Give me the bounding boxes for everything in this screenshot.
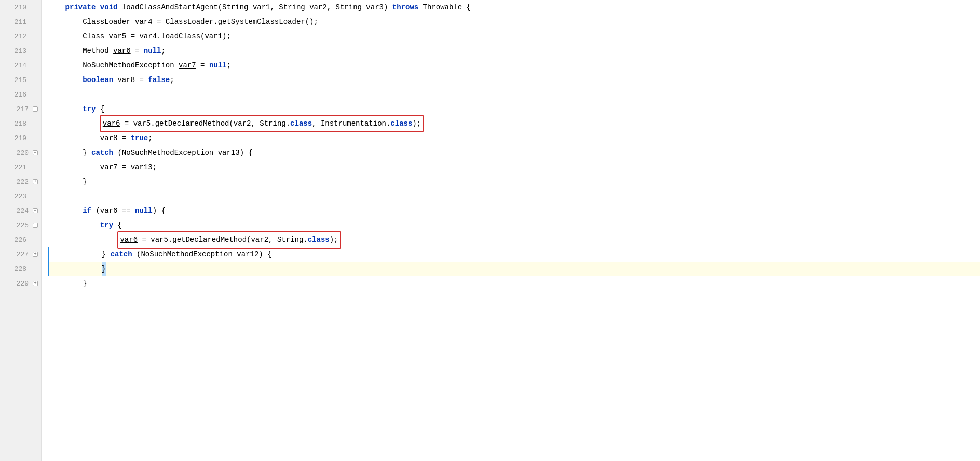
- code-line: NoSuchMethodException var7 = null;: [48, 58, 980, 73]
- code-token: class: [390, 119, 412, 128]
- code-token: null: [135, 204, 153, 218]
- gutter-row: 228: [0, 262, 41, 276]
- code-token: String: [336, 0, 362, 15]
- line-number: 227: [0, 251, 33, 259]
- gutter-row: 223: [0, 189, 41, 204]
- code-token: boolean: [83, 73, 113, 87]
- code-token: ;: [170, 73, 174, 87]
- code-line: private void loadClassAndStartAgent(Stri…: [48, 0, 980, 15]
- code-token: Throwable {: [418, 0, 471, 15]
- fold-icon[interactable]: –: [33, 150, 38, 155]
- gutter-row: 222+: [0, 174, 41, 189]
- code-token: try: [83, 102, 96, 116]
- code-line: var8 = true;: [48, 131, 980, 145]
- code-token: ;: [161, 44, 165, 58]
- code-line: ClassLoader var4 = ClassLoader.getSystem…: [48, 15, 980, 29]
- code-token: Class var5 = var4.loadClass(var1);: [48, 29, 231, 44]
- code-token: }: [48, 276, 87, 291]
- code-token: [48, 218, 100, 233]
- fold-close-marker[interactable]: +: [33, 252, 38, 257]
- code-token: (NoSuchMethodException var13) {: [113, 145, 253, 160]
- code-token: var8: [100, 131, 118, 145]
- fold-icon[interactable]: +: [33, 281, 38, 286]
- code-token: String: [222, 0, 248, 15]
- code-area[interactable]: private void loadClassAndStartAgent(Stri…: [42, 0, 980, 461]
- line-number: 229: [0, 280, 33, 288]
- line-number: 213: [0, 47, 31, 55]
- fold-icon[interactable]: +: [33, 179, 38, 184]
- fold-open-marker[interactable]: –: [33, 208, 38, 213]
- line-number: 219: [0, 134, 31, 142]
- gutter-row: 211: [0, 15, 41, 29]
- line-number: 216: [0, 91, 31, 99]
- line-number: 215: [0, 76, 31, 84]
- fold-close-marker[interactable]: +: [33, 179, 38, 184]
- line-number: 226: [0, 236, 31, 244]
- gutter-row: 218: [0, 116, 41, 131]
- fold-close-marker[interactable]: +: [33, 281, 38, 286]
- gutter-row: 213: [0, 44, 41, 58]
- gutter-row: 216: [0, 87, 41, 102]
- fold-icon[interactable]: –: [33, 208, 38, 213]
- code-token: = var13;: [117, 160, 157, 174]
- gutter-row: 215: [0, 73, 41, 87]
- code-token: var3): [362, 0, 392, 15]
- code-token: null: [209, 58, 227, 73]
- line-number: 214: [0, 62, 31, 70]
- code-token: =: [117, 131, 130, 145]
- code-token: =: [135, 73, 148, 87]
- fold-open-marker[interactable]: –: [33, 106, 38, 112]
- fold-icon[interactable]: –: [33, 223, 38, 228]
- line-number: 212: [0, 33, 31, 40]
- code-line: Method var6 = null;: [48, 44, 980, 58]
- line-number: 223: [0, 193, 31, 200]
- code-token: }: [48, 174, 87, 189]
- code-token: class: [308, 236, 330, 244]
- code-line: }: [48, 262, 980, 276]
- code-token: var7: [100, 160, 118, 174]
- fold-open-marker[interactable]: –: [33, 150, 38, 155]
- code-token: [48, 0, 65, 15]
- code-token: );: [412, 119, 421, 128]
- code-line: }: [48, 276, 980, 291]
- line-number: 222: [0, 178, 33, 186]
- code-token: (var6 ==: [91, 204, 135, 218]
- gutter-row: 224–: [0, 204, 41, 218]
- red-box-highlight: var6 = var5.getDeclaredMethod(var2, Stri…: [100, 115, 424, 132]
- gutter-row: 221: [0, 160, 41, 174]
- gutter-row: 220–: [0, 145, 41, 160]
- code-token: {: [113, 218, 122, 233]
- gutter-row: 226: [0, 233, 41, 247]
- code-token: var1,: [249, 0, 279, 15]
- code-line: }: [48, 174, 980, 189]
- code-token: , Instrumentation.: [312, 119, 390, 128]
- line-number: 211: [0, 18, 31, 26]
- code-token: true: [131, 131, 148, 145]
- code-token: catch: [91, 145, 113, 160]
- fold-icon[interactable]: –: [33, 106, 38, 112]
- code-token: = var5.getDeclaredMethod(var2, String.: [120, 119, 290, 128]
- code-line: boolean var8 = false;: [48, 73, 980, 87]
- red-box-highlight: var6 = var5.getDeclaredMethod(var2, Stri…: [117, 231, 341, 249]
- code-line: var6 = var5.getDeclaredMethod(var2, Stri…: [48, 233, 980, 247]
- fold-icon[interactable]: +: [33, 252, 38, 257]
- code-line: [48, 87, 980, 102]
- code-token: var8: [117, 73, 135, 87]
- code-token: var7: [179, 58, 196, 73]
- code-token: private: [65, 0, 96, 15]
- gutter-row: 219: [0, 131, 41, 145]
- line-numbers: 210211212213214215216217–218219220–22122…: [0, 0, 41, 291]
- code-token: = var5.getDeclaredMethod(var2, String.: [138, 236, 308, 244]
- code-token: String: [279, 0, 305, 15]
- line-number: 225: [0, 222, 33, 229]
- code-token: [113, 73, 117, 87]
- code-lines: private void loadClassAndStartAgent(Stri…: [48, 0, 980, 291]
- fold-open-marker[interactable]: –: [33, 223, 38, 228]
- code-line: Class var5 = var4.loadClass(var1);: [48, 29, 980, 44]
- gutter-row: 217–: [0, 102, 41, 116]
- code-token: [96, 0, 100, 15]
- code-token: var6: [113, 44, 131, 58]
- gutter-row: 212: [0, 29, 41, 44]
- code-token: throws: [392, 0, 418, 15]
- code-token: [49, 262, 102, 276]
